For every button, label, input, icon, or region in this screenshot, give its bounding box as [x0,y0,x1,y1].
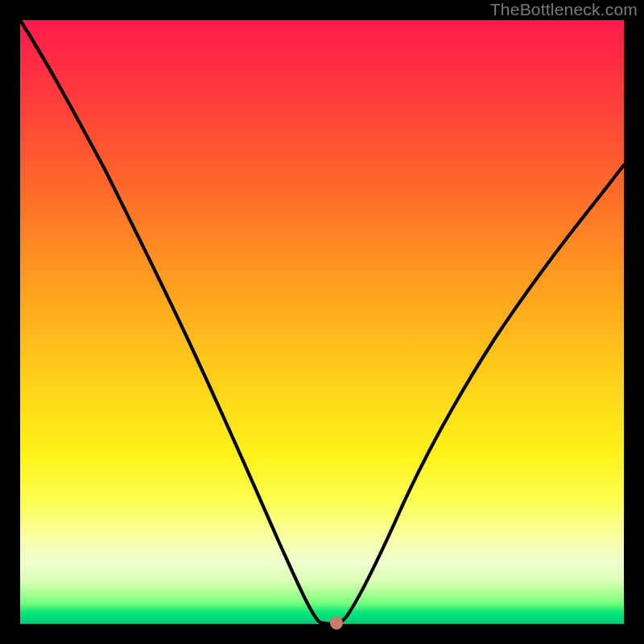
optimal-point-marker [330,617,343,630]
chart-stage: TheBottleneck.com [0,0,644,644]
plot-area [20,20,624,624]
watermark-label: TheBottleneck.com [490,0,638,19]
curve-layer [20,20,624,624]
bottleneck-curve [20,20,624,624]
